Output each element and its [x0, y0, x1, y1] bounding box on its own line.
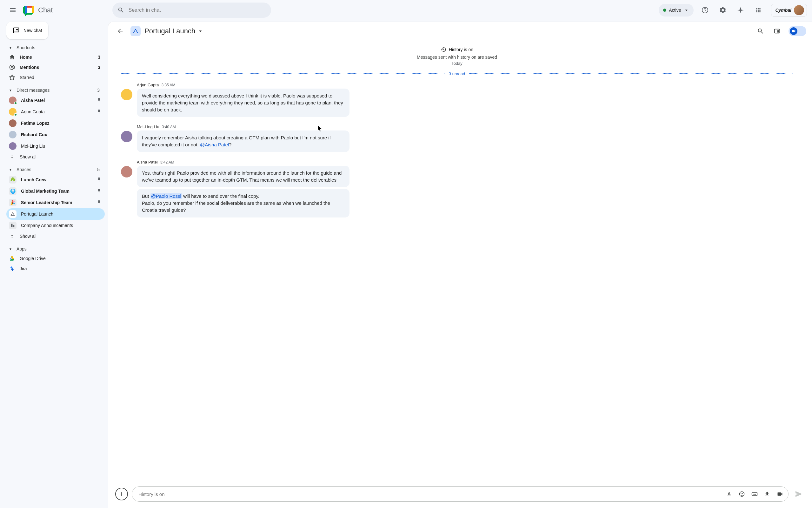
format-button[interactable]: [723, 488, 735, 500]
space-item-active[interactable]: Portugal Launch: [6, 208, 105, 220]
presence-icon: [14, 101, 17, 105]
space-item[interactable]: ☘️ Lunch Crew: [6, 174, 105, 185]
message-time: 3:42 AM: [160, 160, 174, 165]
account-switcher[interactable]: Cymbal: [771, 4, 807, 16]
search-input[interactable]: [128, 7, 266, 13]
wavy-line-icon: [469, 73, 793, 75]
space-icon: 🌐: [9, 187, 16, 195]
gemini-button[interactable]: [734, 4, 747, 16]
search-in-space-button[interactable]: [754, 25, 767, 38]
space-item[interactable]: Company Announcements: [6, 220, 105, 231]
nav-mentions-count: 3: [98, 65, 100, 70]
back-button[interactable]: [114, 25, 127, 38]
add-attachment-button[interactable]: [115, 488, 128, 500]
compose-field[interactable]: GIF: [132, 486, 788, 502]
message-avatar: [121, 89, 132, 100]
video-icon: [777, 491, 783, 497]
mention[interactable]: @Aisha Patel: [200, 142, 229, 147]
app-item-jira[interactable]: Jira: [6, 263, 105, 274]
svg-rect-4: [27, 8, 32, 13]
svg-point-8: [740, 493, 741, 494]
message-time: 3:40 AM: [162, 125, 176, 129]
nav-starred[interactable]: Starred: [6, 72, 105, 83]
section-dms-header[interactable]: ▼ Direct messages 3: [6, 86, 105, 95]
search-box[interactable]: [112, 3, 271, 18]
jira-icon: [9, 265, 15, 272]
dm-item[interactable]: Richard Cox: [6, 129, 105, 140]
dm-label: Fatima Lopez: [21, 121, 102, 126]
gif-button[interactable]: GIF: [749, 488, 760, 500]
space-label: Portugal Launch: [21, 211, 102, 216]
nav-home-count: 3: [98, 55, 100, 60]
at-icon: [9, 64, 15, 71]
dm-item[interactable]: Arjun Gupta: [6, 106, 105, 118]
dm-show-all[interactable]: Show all: [6, 152, 105, 162]
section-spaces-count: 5: [97, 167, 100, 172]
show-all-label: Show all: [20, 234, 102, 239]
message-bubble: Yes, that's right! Paolo provided me wit…: [137, 166, 350, 187]
section-spaces-label: Spaces: [16, 167, 32, 172]
dm-item[interactable]: Mei-Ling Liu: [6, 140, 105, 152]
message-bubble: Well considering everything we discussed…: [137, 89, 350, 117]
video-button[interactable]: [774, 488, 786, 500]
pin-icon: [96, 109, 101, 114]
upload-button[interactable]: [762, 488, 773, 500]
status-chip[interactable]: Active: [659, 4, 693, 16]
nav-home[interactable]: Home 3: [6, 52, 105, 62]
app-title: Chat: [38, 6, 53, 14]
drive-icon: [9, 255, 15, 262]
apps-button[interactable]: [752, 4, 765, 16]
new-chat-icon: [13, 27, 20, 34]
space-label: Lunch Crew: [21, 177, 92, 182]
message-bubble: But @Paolo Rossi will have to send over …: [137, 189, 350, 217]
space-icon: ☘️: [9, 176, 16, 183]
dm-item[interactable]: Aisha Patel: [6, 95, 105, 106]
svg-text:GIF: GIF: [753, 494, 756, 495]
section-spaces-header[interactable]: ▼ Spaces 5: [6, 165, 105, 174]
app-label: Jira: [20, 266, 102, 271]
panel-button[interactable]: [771, 25, 783, 38]
space-title-button[interactable]: Portugal Launch: [144, 27, 204, 35]
compose-input[interactable]: [138, 492, 722, 497]
emoji-button[interactable]: [736, 488, 748, 500]
app-item-drive[interactable]: Google Drive: [6, 253, 105, 263]
gif-icon: GIF: [751, 491, 758, 497]
space-header-icon: [131, 26, 141, 36]
sparkle-icon: [737, 6, 745, 14]
space-icon: 🎉: [9, 199, 16, 206]
spaces-show-all[interactable]: Show all: [6, 231, 105, 241]
section-apps-header[interactable]: ▼ Apps: [6, 245, 105, 253]
video-icon: [790, 27, 798, 35]
arrow-back-icon: [117, 28, 124, 35]
search-icon: [757, 28, 764, 35]
emoji-icon: [739, 491, 745, 497]
section-shortcuts-label: Shortcuts: [16, 45, 35, 50]
space-item[interactable]: 🌐 Global Marketing Team: [6, 185, 105, 197]
pin-icon: [96, 200, 101, 205]
help-icon: [701, 6, 709, 14]
mention[interactable]: @Paolo Rossi: [150, 193, 182, 199]
new-chat-label: New chat: [24, 28, 42, 33]
help-button[interactable]: [699, 4, 711, 16]
dm-avatar: [9, 131, 16, 138]
collapse-icon: ▼: [9, 89, 12, 92]
pin-icon: [96, 188, 101, 194]
history-icon: [441, 47, 446, 52]
space-item[interactable]: 🎉 Senior Leadership Team: [6, 197, 105, 208]
settings-button[interactable]: [716, 4, 729, 16]
nav-mentions[interactable]: Mentions 3: [6, 62, 105, 72]
dm-item[interactable]: Fatima Lopez: [6, 118, 105, 129]
dm-label: Arjun Gupta: [21, 109, 92, 114]
section-shortcuts-header[interactable]: ▼ Shortcuts: [6, 43, 105, 52]
apps-grid-icon: [755, 7, 762, 13]
message-avatar: [121, 166, 132, 177]
search-icon: [118, 7, 125, 14]
send-button[interactable]: [792, 488, 805, 500]
space-icon: [9, 222, 16, 229]
dm-avatar: [9, 96, 16, 104]
new-chat-button[interactable]: New chat: [6, 22, 48, 39]
main-menu-button[interactable]: [5, 3, 20, 18]
meet-toggle[interactable]: [788, 26, 806, 36]
plus-icon: [119, 491, 125, 497]
message-group: Arjun Gupta 3:35 AM Well considering eve…: [121, 83, 350, 119]
